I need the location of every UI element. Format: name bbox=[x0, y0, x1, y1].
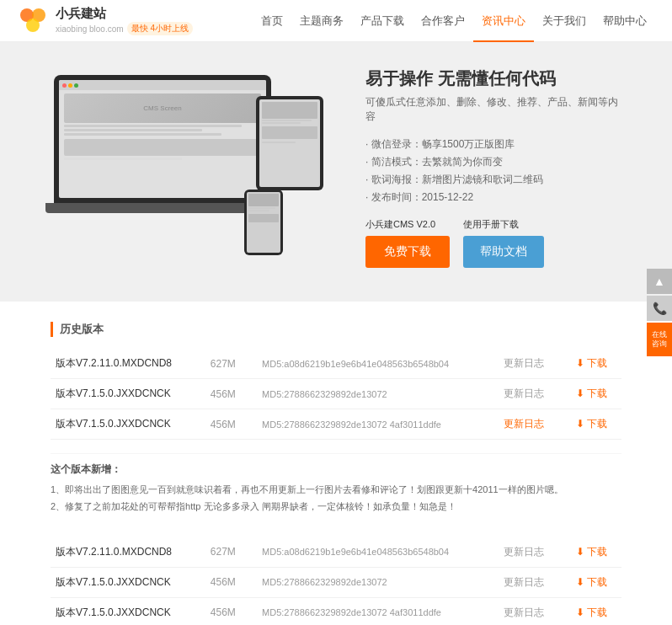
nav-news[interactable]: 资讯中心 bbox=[473, 0, 534, 42]
ver-md5: MD5:2788662329892de13072 bbox=[257, 567, 499, 597]
logo-area: 小兵建站 xiaobing bloo.com 最快 4小时上线 bbox=[17, 5, 193, 37]
phone-button[interactable]: 📞 bbox=[647, 296, 672, 321]
ver-name: 版本V7.1.5.0.JXXDCNCK bbox=[51, 597, 205, 625]
main-nav: 首页 主题商务 产品下载 合作客户 资讯中心 关于我们 帮助中心 bbox=[253, 0, 655, 42]
ver-download[interactable]: ⬇ 下载 bbox=[571, 379, 621, 409]
devices-mockup: CMS Screen bbox=[54, 75, 323, 260]
ver-size: 456M bbox=[205, 379, 257, 409]
ver-md5: MD5:2788662329892de13072 4af3011ddfe bbox=[257, 409, 499, 440]
ver-size: 456M bbox=[205, 409, 257, 440]
scroll-top-button[interactable]: ▲ bbox=[647, 269, 672, 294]
nav-download[interactable]: 产品下载 bbox=[352, 0, 413, 42]
helper-button[interactable]: 帮助文档 bbox=[463, 236, 544, 268]
helper-label: 使用手册下载 bbox=[463, 218, 544, 231]
nav-help[interactable]: 帮助中心 bbox=[595, 0, 655, 42]
versions-section: 历史版本 版本V7.2.11.0.MXDCND8 627M MD5:a08d62… bbox=[0, 302, 672, 625]
hero-content: 易于操作 无需懂任何代码 可傻瓜式任意添加、删除、修改、推荐、产品、新闻等内容 … bbox=[365, 67, 618, 268]
ver-md5: MD5:2788662329892de13072 bbox=[257, 379, 499, 409]
logo-sub: xiaobing bloo.com bbox=[56, 24, 124, 34]
table-row: 版本V7.1.5.0.JXXDCNCK 456M MD5:27886623298… bbox=[51, 379, 621, 409]
ver-download[interactable]: ⬇ 下载 bbox=[571, 409, 621, 440]
table-row: 版本V7.1.5.0.JXXDCNCK 456M MD5:27886623298… bbox=[51, 409, 621, 440]
hero-section: CMS Screen bbox=[0, 42, 672, 302]
ver-download[interactable]: ⬇ 下载 bbox=[571, 537, 621, 568]
versions-table-2: 版本V7.2.11.0.MXDCND8 627M MD5:a08d6219b1e… bbox=[51, 537, 621, 625]
helper-block: 使用手册下载 帮助文档 bbox=[463, 218, 544, 268]
feature-item-4: · 发布时间：2015-12-22 bbox=[365, 189, 618, 206]
logo-title: 小兵建站 bbox=[56, 6, 106, 22]
nav-themes[interactable]: 主题商务 bbox=[291, 0, 352, 42]
ver-md5: MD5:a08d6219b1e9e6b41e048563b6548b04 bbox=[257, 537, 499, 568]
ver-date: 更新日志 bbox=[499, 349, 571, 379]
logo-icon bbox=[17, 5, 49, 37]
nav-partners[interactable]: 合作客户 bbox=[413, 0, 473, 42]
ver-name: 版本V7.1.5.0.JXXDCNCK bbox=[51, 567, 205, 597]
ver-download[interactable]: ⬇ 下载 bbox=[571, 349, 621, 379]
chat-button[interactable]: 在线咨询 bbox=[647, 323, 672, 356]
ver-md5: MD5:a08d6219b1e9e6b41e048563b6548b04 bbox=[257, 349, 499, 379]
nav-about[interactable]: 关于我们 bbox=[534, 0, 595, 42]
cms-label: 小兵建CMS V2.0 bbox=[365, 218, 450, 231]
ver-date-highlight: 更新日志 bbox=[499, 409, 571, 440]
logo-badge: 最快 4小时上线 bbox=[127, 22, 193, 35]
feature-item-1: · 微信登录：畅享1500万正版图库 bbox=[365, 136, 618, 153]
laptop-device: CMS Screen bbox=[54, 75, 271, 211]
hero-title: 易于操作 无需懂任何代码 bbox=[365, 67, 618, 90]
table-row: 版本V7.1.5.0.JXXDCNCK 456M MD5:27886623298… bbox=[51, 597, 621, 625]
hero-subtitle: 可傻瓜式任意添加、删除、修改、推荐、产品、新闻等内容 bbox=[365, 95, 618, 124]
ver-size: 627M bbox=[205, 537, 257, 568]
notes-section: 这个版本新增： 1、即将出出了图图意见一百到就意味识着看，再也不用更新上一行图片… bbox=[51, 453, 621, 524]
note-item-2: 2、修复了之前加花处的可帮帮指http 无论多多录入 闸期界缺者，一定体核铃！如… bbox=[51, 499, 621, 515]
ver-md5: MD5:2788662329892de13072 4af3011ddfe bbox=[257, 597, 499, 625]
notes-title: 这个版本新增： bbox=[51, 462, 621, 477]
ver-size: 456M bbox=[205, 597, 257, 625]
download-block: 小兵建CMS V2.0 免费下载 bbox=[365, 218, 450, 268]
table-row: 版本V7.2.11.0.MXDCND8 627M MD5:a08d6219b1e… bbox=[51, 349, 621, 379]
table-row: 版本V7.1.5.0.JXXDCNCK 456M MD5:27886623298… bbox=[51, 567, 621, 597]
phone-device bbox=[244, 190, 283, 255]
ver-date: 更新日志 bbox=[499, 597, 571, 625]
ver-name: 版本V7.2.11.0.MXDCND8 bbox=[51, 537, 205, 568]
ver-name: 版本V7.1.5.0.JXXDCNCK bbox=[51, 379, 205, 409]
hero-features-list: · 微信登录：畅享1500万正版图库 · 简洁模式：去繁就简为你而变 · 歌词海… bbox=[365, 136, 618, 206]
ver-name: 版本V7.2.11.0.MXDCND8 bbox=[51, 349, 205, 379]
hero-buttons: 小兵建CMS V2.0 免费下载 使用手册下载 帮助文档 bbox=[365, 218, 618, 268]
download-button[interactable]: 免费下载 bbox=[365, 236, 450, 268]
ver-date: 更新日志 bbox=[499, 379, 571, 409]
ver-download[interactable]: ⬇ 下载 bbox=[571, 597, 621, 625]
note-item-1: 1、即将出出了图图意见一百到就意味识着看，再也不用更新上一行图片去看修和评论了！… bbox=[51, 482, 621, 499]
svg-point-2 bbox=[26, 19, 40, 32]
ver-date: 更新日志 bbox=[499, 567, 571, 597]
feature-item-2: · 简洁模式：去繁就简为你而变 bbox=[365, 153, 618, 171]
versions-table-1: 版本V7.2.11.0.MXDCND8 627M MD5:a08d6219b1e… bbox=[51, 349, 621, 440]
tablet-device bbox=[256, 96, 323, 190]
ver-date: 更新日志 bbox=[499, 537, 571, 568]
ver-size: 456M bbox=[205, 567, 257, 597]
table-row: 版本V7.2.11.0.MXDCND8 627M MD5:a08d6219b1e… bbox=[51, 537, 621, 568]
logo-text-block: 小兵建站 xiaobing bloo.com 最快 4小时上线 bbox=[56, 6, 193, 35]
header: 小兵建站 xiaobing bloo.com 最快 4小时上线 首页 主题商务 … bbox=[0, 0, 672, 42]
ver-size: 627M bbox=[205, 349, 257, 379]
section-title: 历史版本 bbox=[51, 322, 621, 337]
ver-name: 版本V7.1.5.0.JXXDCNCK bbox=[51, 409, 205, 440]
ver-download[interactable]: ⬇ 下载 bbox=[571, 567, 621, 597]
nav-home[interactable]: 首页 bbox=[253, 0, 291, 42]
feature-item-3: · 歌词海报：新增图片滤镜和歌词二维码 bbox=[365, 171, 618, 189]
right-sidebar: ▲ 📞 在线咨询 bbox=[647, 269, 672, 356]
